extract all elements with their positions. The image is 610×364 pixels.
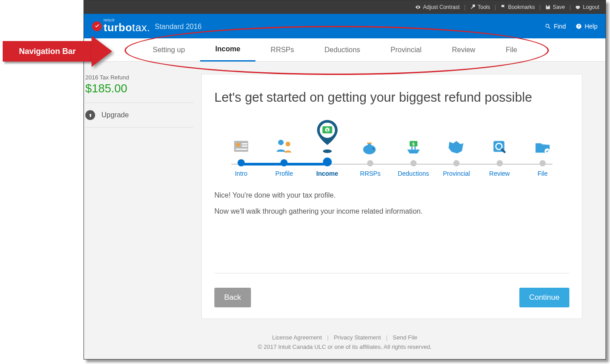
license-link[interactable]: License Agreement	[272, 334, 322, 341]
progress-steps: IntroProfile$IncomeRRSPs$DeductionsProvi…	[223, 118, 560, 177]
svg-rect-17	[367, 143, 372, 144]
tab-file[interactable]: File	[490, 38, 532, 62]
svg-point-18	[373, 148, 375, 150]
step-deductions[interactable]: $Deductions	[396, 121, 431, 177]
separator: |	[495, 4, 496, 10]
divider	[85, 127, 193, 128]
svg-point-0	[546, 24, 549, 27]
tab-provincial[interactable]: Provincial	[376, 38, 437, 62]
logout-label: Logout	[583, 4, 599, 10]
svg-point-9	[286, 142, 291, 147]
bookmarks-link[interactable]: Bookmarks	[501, 4, 535, 10]
find-link[interactable]: Find	[545, 23, 566, 30]
step-label: Provincial	[443, 170, 470, 177]
separator: |	[327, 334, 328, 341]
privacy-link[interactable]: Privacy Statement	[334, 334, 381, 341]
main-panel: Let's get started on getting your bigges…	[201, 74, 582, 319]
step-dot	[453, 160, 460, 166]
adjust-contrast-link[interactable]: Adjust Contrast	[415, 4, 460, 10]
tab-review[interactable]: Review	[437, 38, 490, 62]
step-profile[interactable]: Profile	[266, 120, 302, 177]
step-provincial[interactable]: Provincial	[439, 121, 474, 177]
step-intro[interactable]: Intro	[223, 120, 259, 177]
step-icon-rrsps	[361, 121, 380, 157]
step-label: Review	[489, 170, 510, 177]
svg-text:$: $	[412, 141, 415, 146]
turbotax-logo: intuit turbotax.	[92, 19, 150, 34]
logo-checkmark-icon	[92, 21, 102, 31]
flag-icon	[501, 4, 506, 10]
step-label: File	[538, 170, 548, 177]
power-icon	[575, 4, 581, 10]
step-dot	[238, 159, 245, 166]
continue-button[interactable]: Continue	[519, 288, 569, 307]
svg-text:$: $	[326, 128, 328, 132]
divider	[85, 103, 193, 103]
step-income[interactable]: $Income	[309, 118, 345, 177]
step-rrsps[interactable]: RRSPs	[352, 121, 388, 177]
step-dot	[539, 160, 546, 166]
brand-name-a: turbo	[104, 21, 132, 33]
action-bar: Back Continue	[214, 273, 569, 307]
upgrade-link[interactable]: Upgrade	[85, 110, 193, 120]
upgrade-arrow-icon	[85, 110, 95, 120]
svg-point-14	[323, 149, 332, 153]
step-dot	[280, 159, 288, 166]
body-text-2: Now we'll walk through gathering your in…	[214, 206, 569, 217]
svg-point-4	[236, 143, 240, 147]
help-link[interactable]: ? Help	[576, 23, 597, 30]
refund-label: 2016 Tax Refund	[85, 74, 193, 81]
svg-point-8	[278, 140, 284, 145]
save-icon	[545, 4, 551, 10]
step-icon-intro	[232, 120, 251, 156]
sidebar: 2016 Tax Refund $185.00 Upgrade	[85, 74, 201, 319]
upgrade-label: Upgrade	[101, 111, 129, 119]
back-button[interactable]: Back	[214, 288, 251, 307]
separator: |	[539, 4, 541, 10]
tab-rrsps[interactable]: RRSPs	[255, 38, 309, 62]
separator: |	[569, 4, 571, 10]
svg-rect-6	[242, 145, 247, 147]
tab-income[interactable]: Income	[200, 38, 255, 62]
step-icon-review	[490, 121, 509, 157]
copyright: © 2017 Intuit Canada ULC or one of its a…	[84, 343, 606, 350]
step-dot	[497, 160, 503, 166]
separator: |	[464, 4, 465, 10]
tab-deductions[interactable]: Deductions	[309, 38, 376, 62]
step-file[interactable]: File	[525, 121, 560, 177]
page-heading: Let's get started on getting your bigges…	[214, 90, 569, 105]
bookmarks-label: Bookmarks	[508, 4, 535, 10]
tools-label: Tools	[478, 4, 490, 10]
eye-icon	[415, 4, 421, 10]
find-label: Find	[554, 23, 566, 30]
adjust-contrast-label: Adjust Contrast	[423, 4, 460, 10]
save-link[interactable]: Save	[545, 4, 565, 10]
step-label: Deductions	[398, 170, 429, 177]
step-label: RRSPs	[360, 170, 380, 177]
svg-text:?: ?	[578, 24, 580, 28]
brand-name-b: tax	[132, 21, 147, 33]
help-icon: ?	[576, 23, 582, 29]
logout-link[interactable]: Logout	[575, 4, 599, 10]
app-frame: Adjust Contrast | Tools | Bookmarks | Sa…	[84, 0, 606, 360]
tools-link[interactable]: Tools	[470, 4, 490, 10]
search-icon	[545, 23, 551, 29]
wrench-icon	[470, 4, 476, 10]
step-label: Intro	[235, 170, 247, 177]
refund-amount: $185.00	[85, 82, 193, 95]
nav-tabs: Setting upIncomeRRSPsDeductionsProvincia…	[84, 38, 606, 62]
svg-point-15	[363, 145, 376, 154]
svg-rect-7	[236, 149, 247, 150]
topbar: Adjust Contrast | Tools | Bookmarks | Sa…	[84, 0, 606, 14]
step-label: Income	[316, 170, 338, 177]
step-dot	[410, 160, 417, 166]
edition-label: Standard 2016	[155, 23, 202, 31]
svg-rect-5	[242, 143, 247, 145]
annotation-callout: Navigation Bar	[3, 35, 119, 70]
help-label: Help	[585, 23, 597, 30]
step-review[interactable]: Review	[482, 121, 518, 177]
send-file-link[interactable]: Send File	[393, 334, 418, 341]
step-dot	[367, 160, 373, 166]
tab-setting-up[interactable]: Setting up	[138, 38, 200, 62]
step-icon-profile	[275, 120, 293, 156]
